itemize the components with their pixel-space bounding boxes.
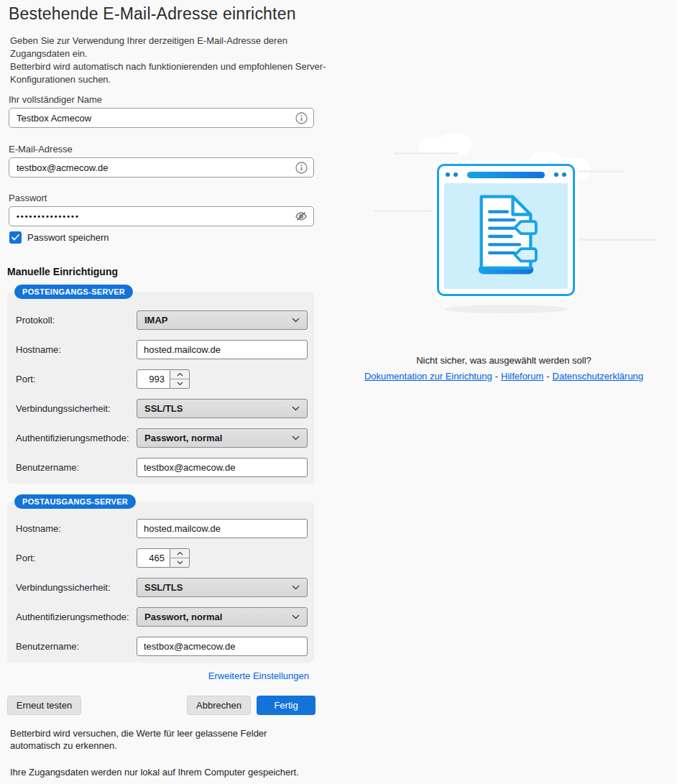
dot-icon xyxy=(562,172,566,177)
security-label: Verbindungssicherheit: xyxy=(16,403,137,414)
outgoing-server-badge: POSTAUSGANGS-SERVER xyxy=(14,494,136,509)
chevron-down-icon xyxy=(292,406,300,411)
cloud-line xyxy=(394,152,459,155)
auth-method-value: Passwort, normal xyxy=(144,433,222,443)
protocol-value: IMAP xyxy=(144,315,168,326)
security-value: SSL/TLS xyxy=(144,403,183,414)
chevron-down-icon xyxy=(292,585,300,590)
autodetect-note: Betterbird wird versuchen, die Werte für… xyxy=(10,727,318,752)
port-row: Port: xyxy=(16,369,308,388)
protocol-select[interactable]: IMAP xyxy=(137,310,308,330)
browser-toolbar xyxy=(439,166,573,183)
done-button[interactable]: Fertig xyxy=(257,696,316,715)
cloud-line xyxy=(374,210,431,212)
dot-icon xyxy=(446,172,450,177)
documentation-link[interactable]: Dokumentation zur Einrichtung xyxy=(364,371,492,382)
retest-button[interactable]: Erneut testen xyxy=(7,696,81,715)
fullname-label: Ihr vollständiger Name xyxy=(9,94,102,105)
browser-content xyxy=(444,183,568,289)
outgoing-hostname-input[interactable] xyxy=(137,519,308,538)
port-label: Port: xyxy=(16,553,137,563)
dot-icon xyxy=(453,172,458,177)
auth-row: Authentifizierungsmethode: Passwort, nor… xyxy=(16,428,308,447)
auth-method-label: Authentifizierungsmethode: xyxy=(16,433,137,443)
outgoing-server-panel: POSTAUSGANGS-SERVER Hostname: Port: xyxy=(7,502,314,663)
local-storage-note: Ihre Zugangsdaten werden nur lokal auf I… xyxy=(10,766,318,778)
fullname-input[interactable] xyxy=(9,108,314,128)
password-input[interactable] xyxy=(9,206,314,226)
security-row: Verbindungssicherheit: SSL/TLS xyxy=(16,399,308,418)
subtitle-line-1: Geben Sie zur Verwendung Ihrer derzeitig… xyxy=(10,34,326,60)
username-label: Benutzername: xyxy=(16,641,137,652)
protocol-row: Protokoll: IMAP xyxy=(16,310,308,329)
hostname-label: Hostname: xyxy=(16,344,137,355)
spinner-up-button[interactable] xyxy=(170,549,189,558)
fullname-field-wrap xyxy=(9,108,314,128)
outgoing-username-input[interactable] xyxy=(137,637,308,656)
incoming-port-input[interactable] xyxy=(137,369,170,389)
help-column: Nicht sicher, was ausgewählt werden soll… xyxy=(331,0,677,784)
incoming-security-select[interactable]: SSL/TLS xyxy=(137,399,308,418)
browser-illustration xyxy=(437,164,575,296)
account-setup-screen: Bestehende E-Mail-Adresse einrichten Geb… xyxy=(0,0,677,784)
privacy-policy-link[interactable]: Datenschutzerklärung xyxy=(553,371,643,382)
page-subtitle: Geben Sie zur Verwendung Ihrer derzeitig… xyxy=(10,34,326,86)
address-bar-pill xyxy=(467,172,545,178)
remember-password-checkbox[interactable] xyxy=(9,231,22,244)
info-icon xyxy=(295,111,308,124)
incoming-hostname-input[interactable] xyxy=(137,340,308,359)
link-separator: - xyxy=(546,371,549,382)
hostname-label: Hostname: xyxy=(16,523,137,534)
page-title: Bestehende E-Mail-Adresse einrichten xyxy=(9,4,296,24)
help-links: Dokumentation zur Einrichtung-Hilfeforum… xyxy=(331,371,677,382)
incoming-server-panel: POSTEINGANGS-SERVER Protokoll: IMAP Host… xyxy=(7,292,314,484)
spinner-down-button[interactable] xyxy=(170,558,189,567)
security-value: SSL/TLS xyxy=(144,582,183,593)
incoming-auth-select[interactable]: Passwort, normal xyxy=(137,428,308,448)
port-label: Port: xyxy=(16,374,137,384)
security-label: Verbindungssicherheit: xyxy=(16,582,137,593)
incoming-username-input[interactable] xyxy=(137,458,308,477)
security-row: Verbindungssicherheit: SSL/TLS xyxy=(16,578,308,596)
advanced-settings-link[interactable]: Erweiterte Einstellungen xyxy=(208,670,309,681)
chevron-down-icon xyxy=(292,318,300,323)
outgoing-security-select[interactable]: SSL/TLS xyxy=(137,578,308,597)
eye-slash-icon[interactable] xyxy=(295,210,308,223)
auth-row: Authentifizierungsmethode: Passwort, nor… xyxy=(16,607,308,626)
help-forum-link[interactable]: Hilfeforum xyxy=(501,371,543,382)
info-icon xyxy=(295,161,308,174)
port-spinner xyxy=(170,369,190,389)
username-label: Benutzername: xyxy=(16,462,137,473)
cloud-line xyxy=(578,239,657,241)
hostname-row: Hostname: xyxy=(16,519,308,538)
help-block: Nicht sicher, was ausgewählt werden soll… xyxy=(331,355,677,382)
spinner-down-button[interactable] xyxy=(170,379,189,388)
dot-icon xyxy=(554,172,558,177)
chevron-down-icon xyxy=(292,614,300,619)
email-field-wrap xyxy=(9,157,314,177)
username-row: Benutzername: xyxy=(16,637,308,655)
document-icon xyxy=(471,193,540,280)
cloud-line xyxy=(568,170,624,172)
spinner-up-button[interactable] xyxy=(170,370,189,379)
chevron-down-icon xyxy=(292,435,300,441)
outgoing-port-input[interactable] xyxy=(137,548,170,568)
outgoing-auth-select[interactable]: Passwort, normal xyxy=(137,607,308,627)
username-row: Benutzername: xyxy=(16,458,308,476)
setup-form-column: Bestehende E-Mail-Adresse einrichten Geb… xyxy=(0,0,331,784)
auth-method-value: Passwort, normal xyxy=(144,612,222,622)
port-row: Port: xyxy=(16,548,308,567)
remember-password-row: Passwort speichern xyxy=(9,231,109,244)
manual-setup-heading: Manuelle Einrichtigung xyxy=(7,266,118,277)
password-field-wrap xyxy=(9,206,314,226)
protocol-label: Protokoll: xyxy=(16,315,137,326)
subtitle-line-2: Betterbird wird automatisch nach funktio… xyxy=(10,60,326,86)
email-input[interactable] xyxy=(9,157,314,177)
help-question: Nicht sicher, was ausgewählt werden soll… xyxy=(331,355,677,366)
cancel-button[interactable]: Abbrechen xyxy=(187,696,251,715)
password-label: Passwort xyxy=(9,193,47,203)
illustration-shadow xyxy=(444,305,568,313)
incoming-server-badge: POSTEINGANGS-SERVER xyxy=(14,285,133,299)
link-separator: - xyxy=(495,371,498,382)
email-label: E-Mail-Adresse xyxy=(9,144,73,155)
